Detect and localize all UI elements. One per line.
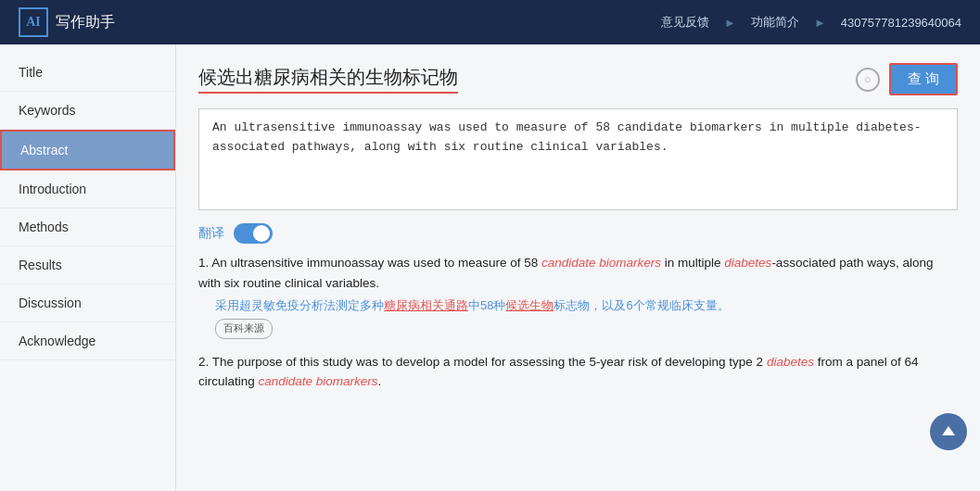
result-2-num: 2. <box>198 355 209 369</box>
sidebar: Title Keywords Abstract Introduction Met… <box>0 44 176 491</box>
result-2-en-h1: diabetes <box>767 355 814 369</box>
result-1-en-before: An ultrasensitive immunoassay was used t… <box>211 256 541 270</box>
result-1-en-h1: candidate biomarkers <box>541 256 661 270</box>
result-item-1: 1. An ultrasensitive immunoassay was use… <box>198 253 958 339</box>
nav-sep-2: ► <box>814 16 826 30</box>
logo: AI 写作助手 <box>19 7 115 37</box>
sidebar-item-results[interactable]: Results <box>0 246 175 284</box>
sidebar-item-title[interactable]: Title <box>0 54 175 92</box>
sidebar-item-acknowledge[interactable]: Acknowledge <box>0 322 175 360</box>
logo-icon: AI <box>19 7 48 37</box>
title-row: 候选出糖尿病相关的生物标记物 ○ 查 询 <box>198 63 958 95</box>
nav-account[interactable]: 43075778123964006​4 <box>841 16 961 30</box>
scroll-up-button[interactable] <box>930 413 967 450</box>
result-1-en-mid: in multiple <box>661 256 724 270</box>
translate-row: 翻译 <box>198 223 958 244</box>
result-1-cn-before: 采用超灵敏免疫分析法测定多种 <box>215 298 384 312</box>
result-1-num: 1. <box>198 256 209 270</box>
nav-feedback[interactable]: 意见反馈 <box>661 14 709 31</box>
result-1-cn-h1: 糖尿病相关通路 <box>384 298 468 312</box>
header-nav: 意见反馈 ► 功能简介 ► 43075778123964006​4 <box>661 14 961 31</box>
result-1-cn: 采用超灵敏免疫分析法测定多种糖尿病相关通路中58种候选生物标志物，以及6个常规临… <box>215 296 958 316</box>
nav-sep-1: ► <box>724 16 736 30</box>
toggle-knob <box>253 225 270 242</box>
result-list: 1. An ultrasensitive immunoassay was use… <box>198 253 958 392</box>
query-btn-wrapper: ○ 查 询 <box>856 63 958 95</box>
result-1-source: 百科来源 <box>215 319 273 339</box>
sidebar-item-introduction[interactable]: Introduction <box>0 170 175 208</box>
logo-title: 写作助手 <box>56 13 115 32</box>
result-2-en-h2: candidate biomarkers <box>259 374 378 388</box>
app-container: AI 写作助手 意见反馈 ► 功能简介 ► 43075778123964006​… <box>0 0 980 491</box>
abstract-textarea[interactable]: An ultrasensitive immunoassay was used t… <box>198 108 958 210</box>
result-2-en-before: The purpose of this study was to develop… <box>212 355 767 369</box>
page-title: 候选出糖尿病相关的生物标记物 <box>198 65 458 94</box>
header: AI 写作助手 意见反馈 ► 功能简介 ► 43075778123964006​… <box>0 0 980 44</box>
result-1-cn-h2: 候选生物 <box>505 298 554 312</box>
content-area: 候选出糖尿病相关的生物标记物 ○ 查 询 An ultrasensitive i… <box>176 44 980 491</box>
sidebar-item-abstract[interactable]: Abstract <box>0 130 175 170</box>
result-1-cn-after: 标志物，以及6个常规临床支量。 <box>554 298 729 312</box>
result-item-2: 2. The purpose of this study was to deve… <box>198 352 958 392</box>
main-layout: Title Keywords Abstract Introduction Met… <box>0 44 980 491</box>
result-1-en: 1. An ultrasensitive immunoassay was use… <box>198 256 933 290</box>
arrow-up-icon <box>939 422 958 441</box>
translate-toggle[interactable] <box>234 223 273 244</box>
info-icon: ○ <box>856 68 880 92</box>
nav-features[interactable]: 功能简介 <box>751 14 799 31</box>
sidebar-item-keywords[interactable]: Keywords <box>0 92 175 130</box>
query-button[interactable]: 查 询 <box>889 63 958 95</box>
translate-label: 翻译 <box>198 225 224 242</box>
sidebar-item-discussion[interactable]: Discussion <box>0 284 175 322</box>
result-1-cn-mid: 中58种 <box>468 298 505 312</box>
result-2-en-after: . <box>378 374 382 388</box>
result-1-en-h2: diabetes <box>724 256 771 270</box>
sidebar-item-methods[interactable]: Methods <box>0 208 175 246</box>
